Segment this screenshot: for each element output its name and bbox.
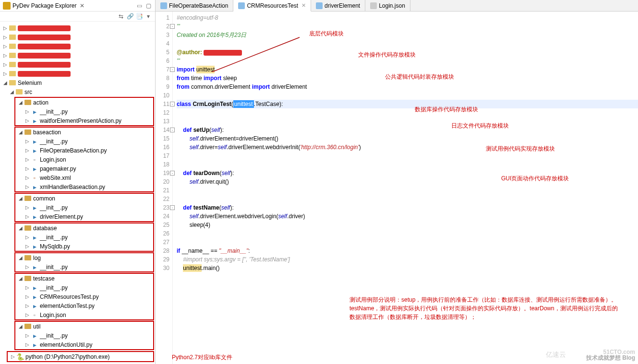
tab-CRMResourcesTest[interactable]: CRMResourcesTest✕ (233, 0, 311, 12)
code-line-5[interactable]: @author: (177, 48, 638, 57)
tree-row[interactable]: ▷▫Login.json (15, 310, 153, 319)
tree-row[interactable]: ▷▸CRMResourcesTest.py (15, 292, 153, 301)
code-line-17[interactable] (177, 152, 638, 160)
twistie-icon[interactable]: ▷ (24, 184, 31, 189)
code-line-15[interactable]: self.driverElement=driverElement() (177, 134, 638, 143)
tree-row[interactable]: ▷▸__init__.py (15, 262, 153, 271)
tree-row[interactable]: ▷▸elementActionUtil.py (15, 340, 153, 349)
twistie-icon[interactable]: ▷ (24, 157, 31, 162)
twistie-icon[interactable]: ◢ (17, 129, 24, 135)
code-line-18[interactable] (177, 160, 638, 169)
code-line-16[interactable]: self.driver=self.driverElement.webdriver… (177, 143, 638, 152)
code-line-8[interactable]: from time import sleep (177, 74, 638, 82)
tree-row[interactable]: ▷▫webSite.xml (15, 173, 153, 182)
tree-row[interactable]: ◢log (15, 253, 153, 262)
code-line-25[interactable]: sleep(4) (177, 221, 638, 229)
tree-row[interactable]: ◢Selenium (0, 78, 155, 87)
tree-row[interactable]: ▷ (0, 51, 155, 60)
tree-row[interactable]: ▷ (0, 42, 155, 51)
twistie-icon[interactable]: ◢ (17, 324, 24, 329)
code-line-23[interactable]: - def testName(self): (177, 203, 638, 212)
bookmark-icon[interactable]: 📑 (135, 12, 143, 20)
twistie-icon[interactable]: ▷ (24, 264, 31, 270)
twistie-icon[interactable]: ◢ (17, 100, 24, 105)
tree-row[interactable]: ▷▸FileOperateBaseAction.py (15, 146, 153, 155)
twistie-icon[interactable]: ▷ (24, 235, 31, 240)
link-icon[interactable]: 🔗 (126, 12, 134, 20)
twistie-icon[interactable]: ◢ (17, 255, 24, 260)
tree-row[interactable]: ▷▸waitforElementPresentAction.py (15, 116, 153, 125)
tab-driverElement[interactable]: driverElement (311, 0, 365, 11)
tree-row[interactable]: ◢action (15, 98, 153, 107)
twistie-icon[interactable]: ▷ (24, 205, 31, 210)
code-line-22[interactable] (177, 195, 638, 203)
tree-row[interactable]: ▷▸__init__.py (15, 137, 153, 146)
code-line-4[interactable] (177, 39, 638, 48)
tree-row[interactable]: ◢common (15, 194, 153, 203)
code-line-13[interactable] (177, 117, 638, 126)
twistie-icon[interactable]: ▷ (24, 333, 31, 338)
twistie-icon[interactable]: ▷ (24, 312, 31, 317)
tree-row[interactable]: ▷▸driverElement.py (15, 212, 153, 221)
code-line-21[interactable] (177, 186, 638, 195)
twistie-icon[interactable]: ▷ (24, 285, 31, 290)
twistie-icon[interactable]: ▷ (10, 354, 16, 359)
tree-row[interactable]: ▷▫Login.json (15, 155, 153, 164)
code-line-26[interactable] (177, 229, 638, 238)
max-icon[interactable]: ▢ (144, 2, 152, 10)
menu-icon[interactable]: ▾ (144, 12, 152, 20)
twistie-icon[interactable]: ▷ (2, 25, 9, 31)
tree-row[interactable]: ▷▸elementActionTest.py (15, 301, 153, 310)
twistie-icon[interactable]: ▷ (24, 148, 31, 153)
code-line-27[interactable] (177, 238, 638, 247)
close-icon[interactable]: ✕ (78, 2, 86, 10)
twistie-icon[interactable]: ▷ (24, 294, 31, 299)
twistie-icon[interactable]: ▷ (24, 214, 31, 219)
fold-icon[interactable]: - (170, 128, 175, 132)
fold-icon[interactable]: - (170, 171, 175, 176)
fold-icon[interactable]: - (170, 24, 175, 29)
tree-row[interactable]: ▷▸__init__.py (15, 233, 153, 242)
min-icon[interactable]: ▭ (135, 2, 143, 10)
tree-row[interactable]: ◢testcase (15, 274, 153, 283)
tree-row[interactable]: ◢util (15, 322, 153, 331)
fold-icon[interactable]: - (170, 102, 175, 106)
package-tree[interactable]: ▷▷▷▷▷▷◢Selenium◢src◢action▷▸__init__.py▷… (0, 22, 155, 364)
tree-row[interactable]: ▷▸xmlHandlerBaseaction.py (15, 182, 153, 191)
tree-row[interactable]: ▷▸__init__.py (15, 107, 153, 116)
twistie-icon[interactable]: ▷ (24, 166, 31, 171)
fold-icon[interactable]: - (170, 205, 175, 210)
code-line-3[interactable]: Created on 2016年5月23日 (177, 31, 638, 39)
code-line-1[interactable]: #encoding=utf-8 (177, 13, 638, 22)
twistie-icon[interactable]: ▷ (24, 109, 31, 114)
tree-row[interactable]: ▷▸__init__.py (15, 331, 153, 340)
code-line-30[interactable]: unittest.main() (177, 264, 638, 272)
tree-row[interactable]: ▷▸pagemaker.py (15, 164, 153, 173)
twistie-icon[interactable]: ◢ (17, 276, 24, 281)
twistie-icon[interactable]: ◢ (9, 89, 15, 94)
twistie-icon[interactable]: ▷ (2, 62, 9, 67)
twistie-icon[interactable]: ▷ (2, 35, 9, 40)
code-line-11[interactable]: -class CrmLoginTest(unittest.TestCase): (177, 100, 638, 108)
collapse-icon[interactable]: ⇆ (117, 12, 125, 20)
tree-row[interactable]: ▷ (0, 69, 155, 78)
tree-row[interactable]: ▷ (0, 33, 155, 42)
twistie-icon[interactable]: ▷ (24, 342, 31, 347)
code-line-9[interactable]: from common.driverElement import driverE… (177, 82, 638, 91)
code-line-7[interactable]: -import unittest (177, 65, 638, 74)
code-line-29[interactable]: #import sys;sys.argv = ['', 'Test.testNa… (177, 255, 638, 264)
twistie-icon[interactable]: ▷ (24, 139, 31, 144)
twistie-icon[interactable]: ▷ (24, 303, 31, 308)
tab-Login.json[interactable]: Login.json (365, 0, 410, 11)
twistie-icon[interactable]: ◢ (17, 225, 24, 231)
tab-FileOperateBaseAction[interactable]: FileOperateBaseAction (156, 0, 233, 11)
tree-row[interactable]: ◢src (0, 87, 155, 96)
code-line-2[interactable]: -''' (177, 22, 638, 31)
code-line-24[interactable]: self.driverElement.webdriverLogin(self.d… (177, 212, 638, 221)
twistie-icon[interactable]: ▷ (2, 71, 9, 76)
code-editor[interactable]: 1234567891011121314151617181920212223242… (156, 12, 638, 364)
tree-row[interactable]: ▷▸MySqldb.py (15, 242, 153, 251)
code-content[interactable]: #encoding=utf-8-'''Created on 2016年5月23日… (173, 12, 638, 364)
tree-row[interactable]: ▷▸__init__.py (15, 283, 153, 292)
code-line-12[interactable] (177, 108, 638, 117)
